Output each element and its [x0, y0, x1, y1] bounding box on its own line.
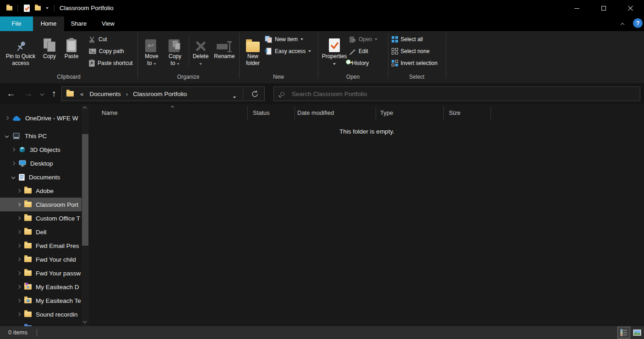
group-divider — [446, 33, 446, 79]
recent-locations-button[interactable] — [38, 83, 47, 104]
properties-button[interactable]: Properties — [321, 33, 348, 73]
column-divider[interactable] — [247, 107, 248, 119]
tab-share[interactable]: Share — [64, 16, 93, 31]
select-all-button[interactable]: Select all — [392, 34, 423, 45]
ribbon-tabs: File Home Share View ? — [0, 16, 644, 31]
history-button[interactable]: History — [349, 58, 369, 69]
scroll-down-icon[interactable] — [83, 319, 87, 323]
large-icons-view-button[interactable] — [631, 327, 644, 339]
dropdown-caret-icon — [375, 38, 377, 40]
maximize-button[interactable] — [593, 0, 614, 16]
tree-item-adobe[interactable]: Adobe — [0, 184, 82, 198]
dropdown-caret-icon — [177, 63, 180, 65]
tree-item-desktop[interactable]: Desktop — [0, 156, 82, 170]
forward-button[interactable]: → — [22, 83, 35, 104]
tree-item-documents[interactable]: Documents — [0, 170, 82, 184]
chevron-up-icon — [621, 23, 624, 27]
tree-item-sound-recordings[interactable]: Sound recordin — [0, 307, 82, 321]
column-divider[interactable] — [295, 107, 295, 119]
window-title: Classroom Portfolio — [60, 0, 114, 16]
qat-new-folder-button[interactable] — [35, 0, 41, 16]
cut-button[interactable]: Cut — [89, 34, 107, 45]
rename-button[interactable]: Rename — [212, 33, 237, 73]
breadcrumb-overflow[interactable]: « — [80, 91, 84, 97]
column-header-status[interactable]: Status — [253, 104, 270, 122]
easy-access-button[interactable]: Easy access — [265, 46, 311, 57]
delete-button[interactable]: Delete — [190, 33, 212, 73]
group-label-open: Open — [318, 74, 388, 82]
tree-item-onedrive[interactable]: OneDrive - WFE W — [0, 111, 82, 125]
folder-icon — [24, 270, 32, 276]
tab-file[interactable]: File — [0, 16, 33, 31]
tree-item-3d-objects[interactable]: 3D Objects — [0, 143, 82, 156]
chevron-right-icon — [17, 203, 21, 206]
tab-view[interactable]: View — [93, 16, 123, 31]
new-item-button[interactable]: New item — [265, 34, 303, 45]
group-divider — [239, 33, 240, 79]
select-none-button[interactable]: Select none — [392, 46, 430, 57]
search-box[interactable]: Search Classroom Portfolio — [273, 86, 640, 101]
paste-shortcut-button[interactable]: Paste shortcut — [89, 58, 133, 69]
pin-to-quick-access-button[interactable]: Pin to Quickaccess — [3, 33, 38, 73]
copy-button[interactable]: Copy — [39, 33, 60, 73]
properties-check-icon — [24, 5, 30, 12]
column-divider[interactable] — [491, 107, 491, 119]
column-divider[interactable] — [376, 107, 376, 119]
new-folder-button[interactable]: Newfolder — [241, 33, 264, 73]
back-button[interactable]: ← — [5, 83, 17, 104]
tree-item-my-easiteach-d[interactable]: My Easiteach D — [0, 280, 82, 294]
document-icon — [19, 174, 25, 181]
folder-icon — [24, 229, 32, 235]
help-icon: ? — [636, 20, 640, 27]
copy-path-button[interactable]: Copy path — [89, 46, 124, 57]
details-view-button[interactable] — [617, 327, 630, 339]
chevron-right-icon — [11, 148, 15, 151]
onedrive-cloud-icon — [12, 115, 21, 121]
tree-item-fwd-your-passw[interactable]: Fwd Your passw — [0, 266, 82, 280]
chevron-down-icon — [46, 7, 49, 9]
address-dropdown-button[interactable] — [233, 93, 236, 100]
qat-properties-button[interactable] — [24, 0, 30, 16]
copy-to-button[interactable]: Copy to — [164, 33, 186, 73]
edit-button[interactable]: Edit — [349, 46, 368, 57]
column-header-size[interactable]: Size — [449, 104, 460, 122]
move-to-button[interactable]: ↩ Move to — [140, 33, 163, 73]
breadcrumb-documents[interactable]: Documents — [90, 91, 121, 97]
tree-item-custom-office[interactable]: Custom Office T — [0, 211, 82, 225]
folder-icon — [24, 312, 32, 317]
collapse-ribbon-button[interactable] — [621, 21, 624, 27]
up-button[interactable]: ↑ — [48, 83, 60, 104]
tab-home[interactable]: Home — [33, 16, 64, 31]
chevron-right-icon — [17, 230, 21, 234]
group-label-organize: Organize — [137, 74, 239, 82]
tree-item-my-easiteach-t[interactable]: My Easiteach Te — [0, 294, 82, 307]
column-header-date-modified[interactable]: Date modified — [297, 104, 334, 122]
open-icon — [349, 36, 356, 43]
column-header-name[interactable]: Name — [102, 104, 118, 122]
column-divider[interactable] — [443, 107, 444, 119]
help-button[interactable]: ? — [633, 18, 643, 28]
search-placeholder: Search Classroom Portfolio — [292, 91, 367, 97]
scroll-up-icon[interactable] — [83, 107, 87, 110]
close-button[interactable] — [620, 0, 641, 16]
qat-customize-button[interactable] — [46, 0, 49, 16]
minimize-button[interactable] — [566, 0, 587, 16]
details-view-icon — [620, 329, 628, 336]
forward-icon: → — [24, 89, 33, 99]
tree-item-fwd-email[interactable]: Fwd Email Pres — [0, 239, 82, 253]
invert-selection-button[interactable]: Invert selection — [392, 58, 437, 69]
tree-item-dell[interactable]: Dell — [0, 225, 82, 239]
breadcrumb-current[interactable]: Classroom Portfolio — [133, 91, 187, 97]
scrollbar-thumb[interactable] — [82, 134, 88, 246]
address-bar[interactable]: « Documents › Classroom Portfolio — [61, 86, 265, 101]
paste-icon — [66, 39, 76, 52]
refresh-button[interactable] — [251, 90, 259, 98]
open-button[interactable]: Open — [349, 34, 377, 45]
tree-item-classroom-portfolio[interactable]: Classroom Port — [0, 198, 82, 211]
tree-item-partial[interactable] — [0, 321, 82, 326]
paste-button[interactable]: Paste — [60, 33, 82, 73]
sidebar-scrollbar[interactable] — [82, 104, 89, 326]
tree-item-fwd-your-child[interactable]: Fwd Your child — [0, 253, 82, 266]
column-header-type[interactable]: Type — [380, 104, 393, 122]
tree-item-this-pc[interactable]: This PC — [0, 129, 82, 143]
